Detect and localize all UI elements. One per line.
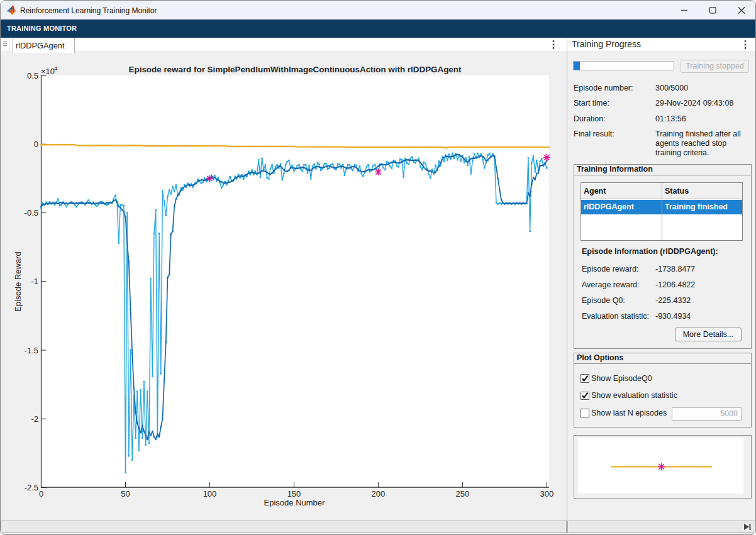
svg-text:×10: ×10 [41, 67, 55, 76]
svg-text:4: 4 [54, 65, 57, 72]
svg-text:-2.5: -2.5 [25, 483, 38, 492]
svg-text:Episode Number: Episode Number [264, 498, 325, 507]
svg-text:300: 300 [540, 489, 554, 499]
svg-text:Episode Reward: Episode Reward [13, 251, 23, 311]
svg-text:100: 100 [203, 489, 217, 499]
svg-text:0: 0 [39, 489, 43, 499]
svg-text:-0.5: -0.5 [25, 208, 38, 218]
svg-text:150: 150 [287, 489, 301, 499]
svg-text:250: 250 [456, 489, 470, 499]
svg-text:-1.5: -1.5 [25, 346, 38, 355]
svg-text:Episode reward for SimplePendl: Episode reward for SimplePendlumWithImag… [129, 65, 462, 74]
svg-text:200: 200 [372, 489, 386, 499]
svg-text:0.5: 0.5 [27, 71, 38, 80]
svg-text:50: 50 [121, 489, 130, 499]
svg-text:-2: -2 [31, 414, 38, 424]
svg-text:-1: -1 [31, 277, 38, 286]
svg-text:0: 0 [34, 140, 38, 149]
